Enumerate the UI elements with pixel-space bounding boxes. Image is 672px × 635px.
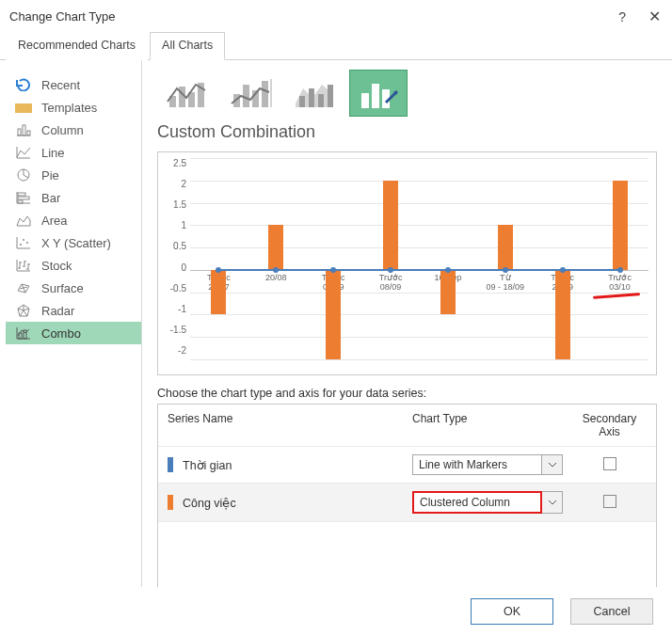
- dialog-title: Change Chart Type: [9, 9, 116, 24]
- svg-point-9: [23, 239, 24, 241]
- subtype-stacked-area-column[interactable]: [285, 70, 344, 117]
- sidebar-item-label: Pie: [41, 168, 59, 183]
- secondary-axis-checkbox[interactable]: [603, 495, 616, 508]
- sidebar-item-label: Area: [41, 214, 67, 228]
- chevron-down-icon[interactable]: [542, 491, 563, 514]
- header-secondary-axis: Secondary Axis: [563, 405, 656, 446]
- ytick: 2.5: [173, 158, 186, 168]
- sidebar-item-label: Line: [41, 146, 65, 160]
- sidebar-item-column[interactable]: Column: [6, 119, 141, 141]
- subtype-clustered-line[interactable]: [157, 70, 216, 117]
- svg-rect-7: [18, 200, 23, 203]
- cancel-button[interactable]: Cancel: [570, 598, 653, 625]
- pie-icon: [15, 167, 32, 183]
- sidebar-item-label: Bar: [41, 191, 60, 205]
- chevron-down-icon[interactable]: [542, 454, 563, 475]
- subtype-clustered-line-secondary[interactable]: [221, 70, 280, 117]
- sidebar-item-label: Radar: [41, 304, 74, 318]
- svg-rect-22: [299, 96, 305, 107]
- svg-rect-6: [18, 197, 29, 199]
- ytick: 2: [181, 179, 186, 189]
- tab-all-charts[interactable]: All Charts: [150, 32, 225, 60]
- svg-rect-24: [318, 94, 324, 107]
- chart-type-select[interactable]: Line with Markers: [412, 454, 563, 475]
- chart-type-value: Line with Markers: [412, 454, 542, 475]
- section-title: Custom Combination: [157, 122, 657, 142]
- series-row: Công việc Clustered Column: [158, 483, 656, 521]
- combo-icon: [15, 325, 32, 341]
- surface-icon: [15, 280, 32, 295]
- svg-point-10: [26, 242, 28, 244]
- combo-subtype-row: [157, 70, 657, 117]
- chart-category-sidebar: Recent Templates Column Line Pie Bar Are…: [0, 60, 141, 587]
- sidebar-item-bar[interactable]: Bar: [6, 186, 141, 209]
- svg-rect-5: [18, 193, 25, 196]
- sidebar-item-label: Recent: [41, 78, 80, 92]
- svg-rect-1: [18, 129, 21, 135]
- subtype-custom-combination[interactable]: [349, 70, 408, 117]
- sidebar-item-label: Combo: [41, 326, 81, 341]
- sidebar-item-pie[interactable]: Pie: [6, 164, 141, 186]
- svg-rect-25: [328, 85, 333, 107]
- sidebar-item-surface[interactable]: Surface: [6, 277, 141, 299]
- ok-button[interactable]: OK: [471, 598, 553, 625]
- header-series-name: Series Name: [158, 405, 403, 446]
- secondary-axis-checkbox[interactable]: [603, 457, 616, 470]
- svg-rect-3: [27, 131, 30, 135]
- series-row: Thời gian Line with Markers: [158, 446, 656, 483]
- sidebar-item-label: Templates: [41, 101, 97, 115]
- svg-rect-2: [23, 125, 25, 135]
- ytick: 0: [181, 262, 186, 273]
- column-icon: [15, 122, 32, 137]
- series-table: Series Name Chart Type Secondary Axis Th…: [157, 404, 657, 587]
- svg-rect-19: [243, 85, 249, 107]
- sidebar-item-label: Stock: [41, 259, 72, 273]
- ytick: 1.5: [173, 199, 186, 210]
- recent-icon: [15, 77, 32, 92]
- sidebar-item-line[interactable]: Line: [6, 141, 141, 164]
- y-axis: 2.5 2 1.5 1 0.5 0 -0.5 -1 -1.5 -2: [162, 158, 190, 373]
- scatter-icon: [15, 235, 32, 250]
- sidebar-item-stock[interactable]: Stock: [6, 254, 141, 277]
- sidebar-item-recent[interactable]: Recent: [6, 73, 141, 96]
- radar-icon: [15, 303, 32, 318]
- ytick: -0.5: [170, 283, 186, 294]
- series-swatch: [168, 457, 173, 472]
- svg-rect-27: [372, 84, 379, 108]
- header-chart-type: Chart Type: [403, 405, 563, 446]
- svg-rect-0: [15, 103, 32, 113]
- sidebar-item-label: X Y (Scatter): [41, 236, 111, 250]
- sidebar-item-radar[interactable]: Radar: [6, 299, 141, 322]
- ytick: -1: [178, 304, 186, 314]
- sidebar-item-templates[interactable]: Templates: [6, 96, 141, 119]
- ytick: 0.5: [173, 241, 186, 251]
- stock-icon: [15, 258, 32, 273]
- bar-icon: [15, 190, 32, 205]
- ytick: -1.5: [170, 325, 186, 335]
- sidebar-item-area[interactable]: Area: [6, 209, 141, 231]
- svg-point-8: [20, 244, 22, 246]
- sidebar-item-scatter[interactable]: X Y (Scatter): [6, 231, 141, 254]
- help-icon[interactable]: ?: [618, 9, 626, 24]
- ytick: 1: [181, 220, 186, 230]
- instruction-text: Choose the chart type and axis for your …: [157, 387, 657, 400]
- sidebar-item-label: Column: [41, 123, 84, 137]
- svg-rect-26: [361, 93, 369, 108]
- chart-type-select[interactable]: Clustered Column: [412, 491, 563, 514]
- chart-type-value: Clustered Column: [412, 491, 542, 514]
- area-icon: [15, 213, 32, 228]
- sidebar-item-combo[interactable]: Combo: [6, 322, 141, 344]
- series-name: Thời gian: [183, 458, 232, 472]
- series-swatch: [168, 495, 173, 510]
- svg-rect-23: [309, 88, 314, 107]
- chart-preview: 2.5 2 1.5 1 0.5 0 -0.5 -1 -1.5 -2 Trước2…: [157, 151, 657, 375]
- line-icon: [15, 145, 32, 160]
- svg-rect-21: [262, 81, 268, 107]
- series-name: Công việc: [183, 496, 236, 510]
- ytick: -2: [178, 345, 186, 356]
- templates-icon: [15, 100, 32, 115]
- sidebar-item-label: Surface: [41, 281, 84, 295]
- tab-recommended-charts[interactable]: Recommended Charts: [6, 32, 148, 60]
- close-icon[interactable]: ✕: [648, 8, 661, 25]
